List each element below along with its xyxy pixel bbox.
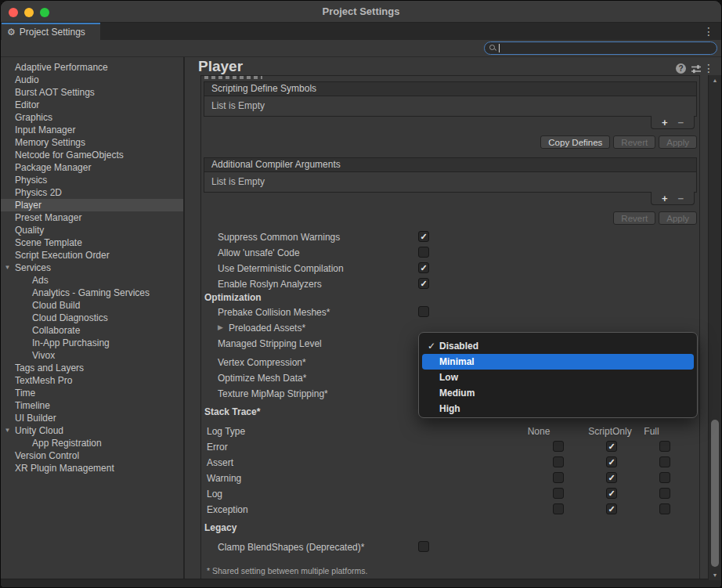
sidebar-item[interactable]: ▼ UI Builder <box>1 412 183 424</box>
sidebar-item-label: Netcode for GameObjects <box>15 150 124 161</box>
section-header-legacy: Legacy <box>204 522 236 533</box>
stack-trace-rows: Error ✓ ✓ ✓ Assert ✓ ✓ <box>201 439 699 518</box>
scroll-down-arrow-icon[interactable]: ▼ <box>709 572 721 578</box>
vertical-scrollbar[interactable]: ▲ ▼ <box>708 75 721 580</box>
sidebar-item[interactable]: ▼ Physics 2D <box>1 186 183 199</box>
dropdown-option[interactable]: ✓ Minimal <box>422 354 694 370</box>
sidebar-item[interactable]: ▼ Memory Settings <box>1 136 183 149</box>
checkbox-none[interactable]: ✓ <box>553 503 564 514</box>
dropdown-option[interactable]: ✓ Disabled <box>422 338 694 354</box>
copy-defines-button[interactable]: Copy Defines <box>540 135 610 149</box>
dropdown-option[interactable]: ✓ Medium <box>422 385 694 401</box>
checkbox-scriptonly[interactable]: ✓ <box>606 503 617 514</box>
revert-button[interactable]: Revert <box>613 135 655 149</box>
sidebar-item-label: In-App Purchasing <box>32 337 110 348</box>
sidebar-item[interactable]: ▼ Services <box>1 262 183 274</box>
add-item-button[interactable]: + <box>662 193 668 204</box>
text-caret <box>499 44 500 52</box>
checkbox-scriptonly[interactable]: ✓ <box>606 441 617 452</box>
apply-button[interactable]: Apply <box>659 135 697 149</box>
sidebar-item[interactable]: ▼ Tags and Layers <box>1 362 183 374</box>
sidebar-item[interactable]: ▼ Ads <box>1 274 183 287</box>
checkbox-full[interactable]: ✓ <box>659 488 670 499</box>
remove-item-button[interactable]: − <box>677 117 684 128</box>
sidebar-item[interactable]: ▼ Input Manager <box>1 124 183 136</box>
tab-project-settings[interactable]: ⚙ Project Settings <box>2 23 100 40</box>
sidebar-item[interactable]: ▼ Package Manager <box>1 161 183 174</box>
sidebar-item[interactable]: ▼ Netcode for GameObjects <box>1 149 183 161</box>
sidebar-item[interactable]: ▼ Cloud Diagnostics <box>1 312 183 324</box>
dropdown-option[interactable]: ✓ High <box>422 401 694 417</box>
window-titlebar[interactable]: Project Settings <box>1 1 721 23</box>
setting-label: Suppress Common Warnings <box>218 232 340 243</box>
setting-label: Clamp BlendShapes (Deprecated)* <box>218 542 364 553</box>
checkbox[interactable]: ✓ <box>418 262 429 273</box>
sidebar-item[interactable]: ▼ Scene Template <box>1 236 183 249</box>
setting-label: Allow 'unsafe' Code <box>218 247 300 258</box>
foldout-open-icon[interactable]: ▼ <box>3 262 12 274</box>
apply-button[interactable]: Apply <box>659 211 697 225</box>
sidebar-item[interactable]: ▼ Player <box>1 199 183 211</box>
sidebar-item[interactable]: ▼ Quality <box>1 224 183 236</box>
checkbox[interactable]: ✓ <box>418 231 429 242</box>
sidebar-item[interactable]: ▼ In-App Purchasing <box>1 337 183 349</box>
checkbox-none[interactable]: ✓ <box>553 488 564 499</box>
sidebar-item[interactable]: ▼ Editor <box>1 99 183 111</box>
revert-button[interactable]: Revert <box>613 211 655 225</box>
setting-label: Preloaded Assets* <box>229 323 305 334</box>
checkbox-full[interactable]: ✓ <box>659 503 670 514</box>
sidebar-item[interactable]: ▼ Cloud Build <box>1 299 183 312</box>
sidebar-item[interactable]: ▼ Preset Manager <box>1 211 183 224</box>
log-type-row: Log ✓ ✓ ✓ <box>201 486 699 502</box>
sidebar-item[interactable]: ▼ Version Control <box>1 449 183 462</box>
sidebar-item[interactable]: ▼ Graphics <box>1 111 183 124</box>
checkbox[interactable]: ✓ <box>418 278 429 289</box>
sidebar-item[interactable]: ▼ Unity Cloud <box>1 424 183 437</box>
check-icon: ✓ <box>420 280 427 288</box>
checkbox-none[interactable]: ✓ <box>553 441 564 452</box>
scroll-up-arrow-icon[interactable]: ▲ <box>709 78 721 83</box>
add-item-button[interactable]: + <box>662 117 668 128</box>
checkbox-none[interactable]: ✓ <box>553 456 564 467</box>
checkbox-full[interactable]: ✓ <box>659 472 670 483</box>
sidebar-item[interactable]: ▼ Burst AOT Settings <box>1 86 183 99</box>
check-icon: ✓ <box>608 442 615 451</box>
sidebar-item[interactable]: ▼ Time <box>1 387 183 399</box>
log-type-label: Log Type <box>207 426 245 437</box>
player-settings-panel: Player ? ⋮ Scripting Define Symbols List… <box>185 57 721 579</box>
sidebar-item[interactable]: ▼ Audio <box>1 74 183 86</box>
sidebar-item[interactable]: ▼ Timeline <box>1 399 183 412</box>
sidebar-item[interactable]: ▼ Physics <box>1 174 183 186</box>
presets-icon[interactable] <box>691 63 702 74</box>
sidebar-item[interactable]: ▼ Collaborate <box>1 324 183 337</box>
checkbox-none[interactable]: ✓ <box>553 472 564 483</box>
sidebar-item[interactable]: ▼ Analytics - Gaming Services <box>1 287 183 299</box>
sidebar-item[interactable]: ▼ App Registration <box>1 437 183 449</box>
foldout-closed-icon[interactable]: ▶ <box>218 323 223 331</box>
checkbox-full[interactable]: ✓ <box>659 456 670 467</box>
list-header: Additional Compiler Arguments <box>204 158 696 172</box>
checkbox[interactable]: ✓ <box>418 247 429 258</box>
sidebar-item-label: Scene Template <box>15 237 82 248</box>
foldout-open-icon[interactable]: ▼ <box>3 424 12 437</box>
scrollbar-thumb[interactable] <box>711 420 719 567</box>
sidebar-item-label: Ads <box>32 275 49 286</box>
sidebar-item[interactable]: ▼ TextMesh Pro <box>1 374 183 387</box>
checkbox[interactable]: ✓ <box>418 306 429 317</box>
sidebar-item[interactable]: ▼ Vivox <box>1 349 183 362</box>
column-header-full: Full <box>642 426 661 437</box>
remove-item-button[interactable]: − <box>677 193 684 204</box>
sidebar-item[interactable]: ▼ Adaptive Performance <box>1 61 183 74</box>
sidebar-item[interactable]: ▼ XR Plugin Management <box>1 462 183 474</box>
checkbox-scriptonly[interactable]: ✓ <box>606 488 617 499</box>
checkbox-full[interactable]: ✓ <box>659 441 670 452</box>
checkbox[interactable]: ✓ <box>418 541 429 552</box>
dropdown-option[interactable]: ✓ Low <box>422 370 694 385</box>
checkbox-scriptonly[interactable]: ✓ <box>606 472 617 483</box>
search-input[interactable] <box>484 41 717 55</box>
checkbox-scriptonly[interactable]: ✓ <box>606 456 617 467</box>
tab-bar-menu-icon[interactable]: ⋮ <box>703 26 714 37</box>
sidebar-item[interactable]: ▼ Script Execution Order <box>1 249 183 262</box>
help-icon[interactable]: ? <box>676 63 686 74</box>
panel-menu-icon[interactable]: ⋮ <box>703 63 714 74</box>
